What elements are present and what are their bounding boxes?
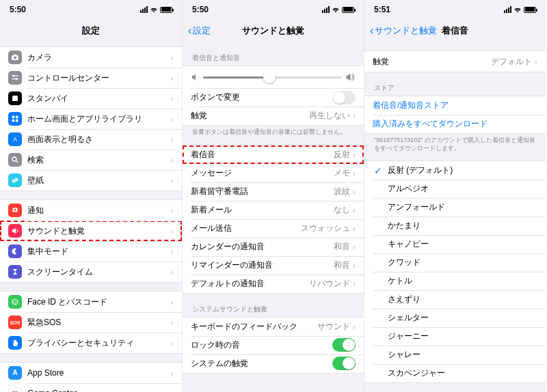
ringtone-row[interactable]: アンフォールド: [364, 198, 546, 216]
section-header: 着信音と通知音: [183, 51, 364, 66]
svg-point-18: [14, 209, 16, 211]
brightness-icon: A: [8, 132, 22, 146]
sound-row[interactable]: 着信音反射›: [183, 145, 364, 164]
volume-track[interactable]: [203, 76, 342, 79]
settings-row-speaker[interactable]: サウンドと触覚›: [0, 221, 182, 241]
sound-row[interactable]: 新着メールなし›: [183, 201, 364, 219]
row-label: キーボードのフィードバック: [191, 321, 317, 333]
chevron-right-icon: ›: [353, 111, 356, 121]
settings-row-standby[interactable]: スタンバイ›: [0, 88, 182, 109]
toggle-switch[interactable]: [332, 91, 356, 104]
sound-row[interactable]: リマインダーの通知音和音›: [183, 256, 364, 275]
row-label: 購入済みをすべてダウンロード: [373, 118, 537, 130]
ringtone-row[interactable]: シャレー: [364, 346, 546, 364]
camera-icon: [8, 51, 22, 64]
svg-rect-3: [12, 76, 18, 76]
sliders-icon: [8, 71, 22, 85]
status-bar: 5:51: [364, 0, 546, 19]
row-value: デフォルト: [491, 56, 532, 68]
chevron-right-icon: ›: [171, 368, 174, 378]
moon-icon: [8, 244, 22, 258]
sound-row[interactable]: ボタンで変更: [183, 88, 364, 107]
svg-rect-4: [12, 79, 18, 79]
signal-icon: [322, 6, 330, 13]
sound-row[interactable]: 触覚再生しない›: [183, 107, 364, 125]
chevron-right-icon: ›: [535, 57, 537, 67]
svg-point-6: [16, 78, 18, 80]
svg-point-20: [14, 300, 14, 301]
settings-row-hand[interactable]: プライバシーとセキュリティ›: [0, 333, 182, 353]
chevron-right-icon: ›: [171, 94, 174, 104]
settings-row-bell[interactable]: 通知›: [0, 200, 182, 221]
row-label: 新着留守番電話: [191, 186, 334, 197]
store-link[interactable]: 購入済みをすべてダウンロード: [364, 115, 546, 133]
bell-icon: [8, 204, 22, 217]
ringtone-row[interactable]: ケトル: [364, 272, 546, 290]
volume-slider-row[interactable]: [183, 66, 364, 88]
ringtone-row[interactable]: クワッド: [364, 253, 546, 272]
nav-bar: ‹ サウンドと触覚 着信音: [364, 19, 546, 42]
page-title: 着信音: [442, 25, 468, 37]
ringtone-row-selected[interactable]: ✓反射 (デフォルト): [364, 161, 546, 180]
sound-row[interactable]: システムの触覚: [183, 354, 364, 373]
battery-icon: [342, 7, 354, 13]
settings-row-sliders[interactable]: コントロールセンター›: [0, 68, 182, 88]
ringtone-row[interactable]: ジャーニー: [364, 327, 546, 346]
haptics-row[interactable]: 触覚 デフォルト ›: [364, 51, 546, 72]
ringtone-row[interactable]: キャノピー: [364, 235, 546, 253]
settings-row-appstore[interactable]: AApp Store›: [0, 363, 182, 383]
chevron-right-icon: ›: [171, 226, 174, 236]
settings-row-search[interactable]: 検索›: [0, 150, 182, 170]
svg-rect-7: [12, 96, 18, 101]
speaker-high-icon: [346, 73, 356, 81]
sound-row[interactable]: カレンダーの通知音和音›: [183, 238, 364, 256]
row-label: 着信音: [191, 149, 334, 160]
nav-bar: ‹ 設定 サウンドと触覚: [183, 19, 364, 42]
row-label: ボタンで変更: [191, 92, 332, 103]
ringtone-row[interactable]: さえずり: [364, 290, 546, 309]
chevron-right-icon: ›: [171, 267, 174, 277]
status-indicators: [140, 6, 172, 13]
sound-row[interactable]: メッセージメモ›: [183, 164, 364, 182]
battery-icon: [524, 7, 536, 13]
settings-row-wallpaper[interactable]: 壁紙›: [0, 170, 182, 191]
row-label: 緊急SOS: [27, 317, 171, 328]
ringtone-row[interactable]: スカベンジャー: [364, 364, 546, 382]
status-time: 5:50: [10, 5, 26, 14]
row-label: App Store: [27, 368, 171, 378]
settings-row-moon[interactable]: 集中モード›: [0, 241, 182, 262]
sound-row[interactable]: ロック時の音: [183, 336, 364, 354]
back-button[interactable]: ‹ 設定: [188, 25, 211, 37]
settings-row-brightness[interactable]: A画面表示と明るさ›: [0, 129, 182, 150]
row-label: サウンドと触覚: [27, 225, 171, 237]
page-title: サウンドと触覚: [242, 25, 304, 37]
settings-row-camera[interactable]: カメラ›: [0, 47, 182, 68]
settings-row-sos[interactable]: SOS緊急SOS›: [0, 312, 182, 333]
back-button[interactable]: ‹ サウンドと触覚: [370, 25, 437, 37]
ringtone-row[interactable]: アルペジオ: [364, 180, 546, 198]
row-label: アルペジオ: [388, 183, 537, 195]
sound-row[interactable]: 新着留守番電話波紋›: [183, 182, 364, 201]
settings-row-face[interactable]: Face ID とパスコード›: [0, 292, 182, 312]
row-label: クワッド: [388, 257, 537, 268]
sound-row[interactable]: メール送信スウォッシュ›: [183, 219, 364, 238]
sound-row[interactable]: デフォルトの通知音リバウンド›: [183, 275, 364, 293]
row-label: 通知: [27, 205, 171, 216]
settings-row-gc[interactable]: Game Center›: [0, 383, 182, 392]
settings-row-grid[interactable]: ホーム画面とアプリライブラリ›: [0, 109, 182, 129]
toggle-switch[interactable]: [332, 338, 356, 352]
row-value: 和音: [334, 241, 350, 253]
store-link[interactable]: 着信音/通知音ストア: [364, 96, 546, 115]
chevron-right-icon: ›: [353, 186, 356, 197]
row-label: Face ID とパスコード: [27, 296, 171, 308]
sound-row[interactable]: キーボードのフィードバックサウンド›: [183, 318, 364, 336]
ringtone-row[interactable]: シェルター: [364, 309, 546, 327]
svg-text:A: A: [12, 369, 17, 376]
settings-row-hourglass[interactable]: スクリーンタイム›: [0, 262, 182, 282]
row-label: スタンバイ: [27, 93, 171, 104]
ringtone-row[interactable]: かたまり: [364, 216, 546, 235]
page-title: 設定: [82, 25, 100, 37]
row-label: スクリーンタイム: [27, 266, 171, 278]
toggle-switch[interactable]: [332, 356, 356, 370]
row-label: 触覚: [191, 110, 309, 122]
